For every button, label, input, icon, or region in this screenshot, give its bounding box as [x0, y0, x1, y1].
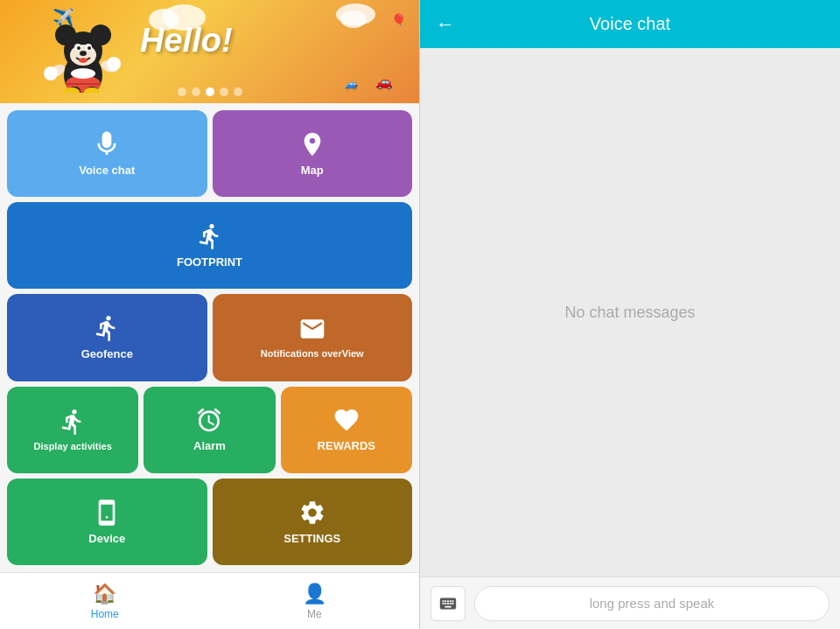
home-icon: 🏠 — [93, 583, 116, 605]
rewards-tile[interactable]: REWARDS — [281, 387, 412, 473]
chat-messages-area: No chat messages — [420, 48, 840, 577]
device-label: Device — [88, 532, 125, 546]
footprint-tile[interactable]: FOOTPRINT — [7, 202, 412, 289]
footprint-icon — [196, 222, 224, 250]
banner: ✈️ — [0, 0, 419, 103]
display-activities-tile[interactable]: Display activities — [7, 387, 138, 473]
voice-input-placeholder: long press and speak — [590, 596, 715, 611]
notifications-icon — [298, 315, 326, 343]
device-tile[interactable]: Device — [7, 479, 207, 565]
voice-chat-label: Voice chat — [79, 164, 135, 178]
svg-point-10 — [79, 58, 88, 63]
svg-point-7 — [77, 46, 80, 50]
bottom-nav: 🏠 Home 👤 Me — [0, 572, 419, 629]
cartoon-character — [26, 14, 140, 93]
balloons-icon: 🎈 — [391, 13, 406, 27]
home-label: Home — [91, 608, 119, 620]
svg-point-2 — [55, 24, 76, 45]
map-tile[interactable]: Map — [213, 110, 413, 197]
voice-input-button[interactable]: long press and speak — [474, 586, 830, 621]
settings-tile[interactable]: SETTINGS — [213, 479, 413, 565]
alarm-tile[interactable]: Alarm — [144, 387, 275, 473]
dot-5[interactable] — [234, 87, 242, 96]
car-icon: 🚗 — [375, 73, 393, 90]
svg-point-3 — [90, 24, 111, 45]
mic-icon — [93, 130, 121, 158]
svg-point-8 — [88, 46, 91, 50]
right-panel: ← Voice chat No chat messages long press… — [420, 0, 840, 629]
geofence-icon — [93, 314, 121, 342]
voice-chat-header: ← Voice chat — [420, 0, 840, 48]
run-icon — [59, 408, 87, 436]
footprint-label: FOOTPRINT — [177, 255, 242, 269]
settings-label: SETTINGS — [284, 532, 340, 546]
alarm-icon — [195, 406, 223, 434]
display-activities-label: Display activities — [34, 441, 112, 452]
empty-chat-message: No chat messages — [564, 304, 695, 322]
chat-input-bar: long press and speak — [420, 577, 840, 629]
notifications-tile[interactable]: Notifications overView — [213, 294, 413, 381]
settings-icon — [298, 499, 326, 527]
grid-row-3: Geofence Notifications overView — [7, 294, 412, 381]
keyboard-icon — [438, 594, 458, 613]
map-pin-icon — [298, 130, 326, 158]
grid-row-1: Voice chat Map — [7, 110, 412, 197]
geofence-label: Geofence — [81, 347, 133, 361]
grid-row-2: FOOTPRINT — [7, 202, 412, 289]
geofence-tile[interactable]: Geofence — [7, 294, 207, 381]
svg-point-9 — [80, 51, 87, 56]
map-label: Map — [301, 164, 324, 178]
app-grid: Voice chat Map FOOTPRINT — [0, 103, 419, 572]
banner-hello-text: Hello! — [140, 22, 233, 59]
rewards-label: REWARDS — [318, 439, 375, 453]
svg-point-17 — [44, 66, 58, 80]
svg-point-19 — [71, 68, 95, 79]
notifications-label: Notifications overView — [261, 348, 364, 360]
keyboard-button[interactable] — [430, 586, 466, 621]
person-icon: 👤 — [303, 583, 326, 605]
voice-chat-title: Voice chat — [590, 14, 670, 34]
back-button[interactable]: ← — [436, 13, 455, 36]
dot-1[interactable] — [178, 87, 186, 96]
nav-me[interactable]: 👤 Me — [210, 573, 420, 629]
left-panel: ✈️ — [0, 0, 420, 629]
dot-2[interactable] — [192, 87, 200, 96]
device-icon — [93, 499, 121, 527]
grid-row-4: Display activities Alarm REWARDS — [7, 387, 412, 473]
voice-chat-tile[interactable]: Voice chat — [7, 110, 207, 197]
banner-dots — [178, 87, 242, 96]
heart-icon — [332, 406, 360, 434]
dot-4[interactable] — [220, 87, 228, 96]
me-label: Me — [307, 608, 322, 620]
nav-home[interactable]: 🏠 Home — [0, 573, 210, 629]
svg-point-18 — [107, 57, 121, 71]
dot-3[interactable] — [206, 87, 214, 96]
alarm-label: Alarm — [193, 439, 226, 453]
car2-icon: 🚙 — [345, 78, 358, 90]
grid-row-5: Device SETTINGS — [7, 479, 412, 565]
